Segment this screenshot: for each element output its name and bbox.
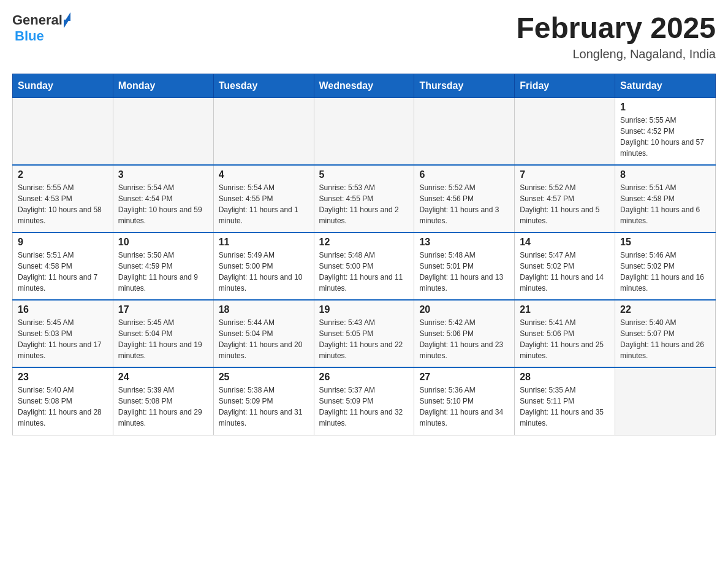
- calendar-cell: 14Sunrise: 5:47 AMSunset: 5:02 PMDayligh…: [515, 232, 615, 300]
- day-number: 26: [319, 372, 409, 383]
- day-number: 4: [219, 169, 309, 180]
- calendar-cell: 20Sunrise: 5:42 AMSunset: 5:06 PMDayligh…: [414, 300, 515, 367]
- calendar-cell: 8Sunrise: 5:51 AMSunset: 4:58 PMDaylight…: [615, 165, 716, 232]
- day-info: Sunrise: 5:44 AMSunset: 5:04 PMDaylight:…: [219, 317, 309, 361]
- day-number: 11: [219, 237, 309, 248]
- day-info: Sunrise: 5:39 AMSunset: 5:08 PMDaylight:…: [118, 385, 208, 429]
- day-number: 7: [520, 169, 610, 180]
- calendar-cell: 17Sunrise: 5:45 AMSunset: 5:04 PMDayligh…: [113, 300, 213, 367]
- calendar-cell: 2Sunrise: 5:55 AMSunset: 4:53 PMDaylight…: [13, 165, 113, 232]
- calendar-cell: 25Sunrise: 5:38 AMSunset: 5:09 PMDayligh…: [213, 367, 314, 435]
- day-info: Sunrise: 5:52 AMSunset: 4:56 PMDaylight:…: [419, 182, 509, 226]
- day-number: 10: [118, 237, 208, 248]
- day-number: 3: [118, 169, 208, 180]
- calendar-cell: 5Sunrise: 5:53 AMSunset: 4:55 PMDaylight…: [314, 165, 414, 232]
- page-header: General Blue February 2025 Longleng, Nag…: [12, 12, 716, 61]
- calendar-cell: 24Sunrise: 5:39 AMSunset: 5:08 PMDayligh…: [113, 367, 213, 435]
- calendar-cell: [13, 98, 113, 165]
- calendar-cell: 6Sunrise: 5:52 AMSunset: 4:56 PMDaylight…: [414, 165, 515, 232]
- day-number: 12: [319, 237, 409, 248]
- calendar-cell: 23Sunrise: 5:40 AMSunset: 5:08 PMDayligh…: [13, 367, 113, 435]
- day-number: 9: [18, 237, 108, 248]
- day-number: 5: [319, 169, 409, 180]
- calendar-table: SundayMondayTuesdayWednesdayThursdayFrid…: [12, 74, 716, 435]
- day-number: 27: [419, 372, 509, 383]
- day-number: 17: [118, 304, 208, 315]
- day-info: Sunrise: 5:52 AMSunset: 4:57 PMDaylight:…: [520, 182, 610, 226]
- calendar-cell: 26Sunrise: 5:37 AMSunset: 5:09 PMDayligh…: [314, 367, 414, 435]
- calendar-cell: 28Sunrise: 5:35 AMSunset: 5:11 PMDayligh…: [515, 367, 615, 435]
- calendar-cell: [314, 98, 414, 165]
- calendar-cell: [414, 98, 515, 165]
- calendar-cell: 16Sunrise: 5:45 AMSunset: 5:03 PMDayligh…: [13, 300, 113, 367]
- day-info: Sunrise: 5:49 AMSunset: 5:00 PMDaylight:…: [219, 250, 309, 294]
- weekday-header-tuesday: Tuesday: [213, 74, 314, 98]
- day-info: Sunrise: 5:45 AMSunset: 5:03 PMDaylight:…: [18, 317, 108, 361]
- weekday-header-sunday: Sunday: [13, 74, 113, 98]
- calendar-cell: 11Sunrise: 5:49 AMSunset: 5:00 PMDayligh…: [213, 232, 314, 300]
- calendar-cell: 7Sunrise: 5:52 AMSunset: 4:57 PMDaylight…: [515, 165, 615, 232]
- day-info: Sunrise: 5:35 AMSunset: 5:11 PMDaylight:…: [520, 385, 610, 429]
- calendar-cell: 10Sunrise: 5:50 AMSunset: 4:59 PMDayligh…: [113, 232, 213, 300]
- calendar-cell: 21Sunrise: 5:41 AMSunset: 5:06 PMDayligh…: [515, 300, 615, 367]
- calendar-cell: 22Sunrise: 5:40 AMSunset: 5:07 PMDayligh…: [615, 300, 716, 367]
- day-number: 2: [18, 169, 108, 180]
- day-number: 24: [118, 372, 208, 383]
- day-info: Sunrise: 5:45 AMSunset: 5:04 PMDaylight:…: [118, 317, 208, 361]
- location-subtitle: Longleng, Nagaland, India: [516, 47, 716, 61]
- weekday-header-saturday: Saturday: [615, 74, 716, 98]
- day-number: 21: [520, 304, 610, 315]
- logo-general-text: General: [12, 12, 63, 28]
- day-number: 15: [620, 237, 710, 248]
- day-info: Sunrise: 5:40 AMSunset: 5:08 PMDaylight:…: [18, 385, 108, 429]
- day-info: Sunrise: 5:40 AMSunset: 5:07 PMDaylight:…: [620, 317, 710, 361]
- title-section: February 2025 Longleng, Nagaland, India: [516, 12, 716, 61]
- calendar-cell: 18Sunrise: 5:44 AMSunset: 5:04 PMDayligh…: [213, 300, 314, 367]
- calendar-cell: 12Sunrise: 5:48 AMSunset: 5:00 PMDayligh…: [314, 232, 414, 300]
- day-number: 22: [620, 304, 710, 315]
- day-info: Sunrise: 5:51 AMSunset: 4:58 PMDaylight:…: [620, 182, 710, 226]
- day-info: Sunrise: 5:48 AMSunset: 5:01 PMDaylight:…: [419, 250, 509, 294]
- day-number: 1: [620, 102, 710, 113]
- weekday-header-monday: Monday: [113, 74, 213, 98]
- day-number: 19: [319, 304, 409, 315]
- weekday-header-wednesday: Wednesday: [314, 74, 414, 98]
- day-info: Sunrise: 5:48 AMSunset: 5:00 PMDaylight:…: [319, 250, 409, 294]
- day-info: Sunrise: 5:55 AMSunset: 4:52 PMDaylight:…: [620, 115, 710, 159]
- calendar-cell: [113, 98, 213, 165]
- weekday-header-row: SundayMondayTuesdayWednesdayThursdayFrid…: [13, 74, 716, 98]
- calendar-cell: [515, 98, 615, 165]
- day-number: 20: [419, 304, 509, 315]
- month-title: February 2025: [516, 12, 716, 45]
- day-info: Sunrise: 5:36 AMSunset: 5:10 PMDaylight:…: [419, 385, 509, 429]
- calendar-cell: 15Sunrise: 5:46 AMSunset: 5:02 PMDayligh…: [615, 232, 716, 300]
- day-number: 25: [219, 372, 309, 383]
- day-number: 14: [520, 237, 610, 248]
- day-number: 13: [419, 237, 509, 248]
- calendar-cell: [213, 98, 314, 165]
- day-info: Sunrise: 5:43 AMSunset: 5:05 PMDaylight:…: [319, 317, 409, 361]
- day-number: 8: [620, 169, 710, 180]
- day-number: 6: [419, 169, 509, 180]
- calendar-cell: 3Sunrise: 5:54 AMSunset: 4:54 PMDaylight…: [113, 165, 213, 232]
- day-number: 18: [219, 304, 309, 315]
- logo: General Blue: [12, 12, 70, 44]
- day-info: Sunrise: 5:46 AMSunset: 5:02 PMDaylight:…: [620, 250, 710, 294]
- calendar-cell: 4Sunrise: 5:54 AMSunset: 4:55 PMDaylight…: [213, 165, 314, 232]
- day-info: Sunrise: 5:38 AMSunset: 5:09 PMDaylight:…: [219, 385, 309, 429]
- day-number: 16: [18, 304, 108, 315]
- day-info: Sunrise: 5:47 AMSunset: 5:02 PMDaylight:…: [520, 250, 610, 294]
- day-info: Sunrise: 5:54 AMSunset: 4:55 PMDaylight:…: [219, 182, 309, 226]
- day-info: Sunrise: 5:37 AMSunset: 5:09 PMDaylight:…: [319, 385, 409, 429]
- day-info: Sunrise: 5:42 AMSunset: 5:06 PMDaylight:…: [419, 317, 509, 361]
- day-info: Sunrise: 5:50 AMSunset: 4:59 PMDaylight:…: [118, 250, 208, 294]
- calendar-cell: 13Sunrise: 5:48 AMSunset: 5:01 PMDayligh…: [414, 232, 515, 300]
- calendar-cell: [615, 367, 716, 435]
- calendar-cell: 27Sunrise: 5:36 AMSunset: 5:10 PMDayligh…: [414, 367, 515, 435]
- day-info: Sunrise: 5:53 AMSunset: 4:55 PMDaylight:…: [319, 182, 409, 226]
- calendar-cell: 1Sunrise: 5:55 AMSunset: 4:52 PMDaylight…: [615, 98, 716, 165]
- day-info: Sunrise: 5:54 AMSunset: 4:54 PMDaylight:…: [118, 182, 208, 226]
- logo-blue-text: Blue: [15, 28, 44, 44]
- day-info: Sunrise: 5:55 AMSunset: 4:53 PMDaylight:…: [18, 182, 108, 226]
- weekday-header-thursday: Thursday: [414, 74, 515, 98]
